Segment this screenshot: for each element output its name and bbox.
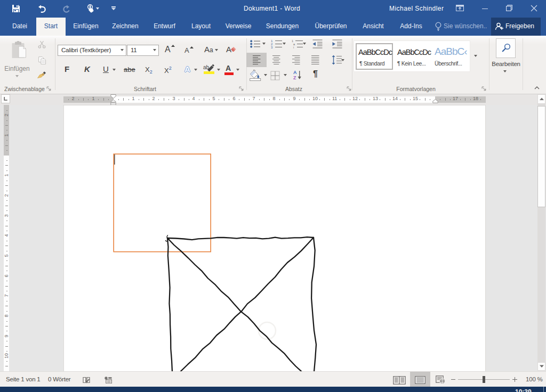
svg-text:i: i [293,46,294,48]
svg-text:A: A [293,70,297,75]
svg-text:3: 3 [271,46,273,48]
svg-text:Z: Z [293,75,296,80]
